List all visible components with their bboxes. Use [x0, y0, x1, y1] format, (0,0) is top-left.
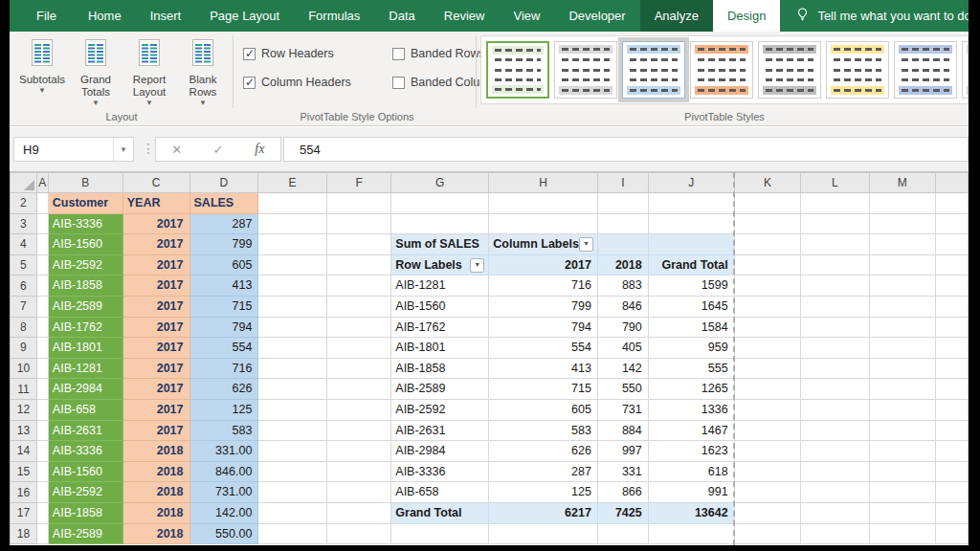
- cell[interactable]: [869, 276, 936, 297]
- checkbox-row-headers[interactable]: Row Headers: [243, 47, 387, 60]
- row-header-11[interactable]: 11: [11, 379, 37, 400]
- subtotals-button[interactable]: Subtotals▼: [15, 36, 69, 107]
- cell[interactable]: 1599: [648, 276, 734, 297]
- tab-home[interactable]: Home: [74, 0, 136, 32]
- cell[interactable]: 715: [489, 379, 598, 400]
- cell[interactable]: [258, 213, 326, 234]
- cell[interactable]: 2017: [489, 254, 598, 276]
- cell[interactable]: [326, 296, 391, 317]
- cell[interactable]: [326, 213, 391, 234]
- cell[interactable]: [869, 193, 936, 214]
- cell[interactable]: Grand Total: [648, 254, 734, 276]
- cell[interactable]: AIB-1858: [48, 502, 122, 523]
- cell[interactable]: 846: [597, 296, 648, 317]
- cell[interactable]: SALES: [189, 193, 258, 214]
- cell[interactable]: 799: [189, 234, 258, 255]
- cell[interactable]: 605: [189, 254, 258, 276]
- pivot-style-light-yellow[interactable]: [826, 41, 889, 99]
- cell[interactable]: [326, 317, 391, 338]
- column-header-A[interactable]: A: [36, 173, 48, 193]
- cell[interactable]: 2018: [597, 254, 648, 276]
- cell[interactable]: 2017: [122, 254, 189, 276]
- cell[interactable]: AIB-2589: [391, 379, 489, 400]
- row-header-4[interactable]: 4: [11, 234, 37, 255]
- cell[interactable]: [734, 338, 800, 359]
- cell[interactable]: 405: [597, 338, 648, 359]
- pivot-style-light-gray2[interactable]: [758, 41, 821, 99]
- cell[interactable]: AIB-2631: [48, 420, 122, 441]
- cell[interactable]: [326, 399, 391, 420]
- cell[interactable]: AIB-1801: [391, 338, 489, 359]
- cell[interactable]: AIB-2984: [391, 441, 489, 462]
- cell[interactable]: [258, 296, 326, 317]
- cell[interactable]: 883: [597, 276, 648, 297]
- cell[interactable]: 13642: [648, 502, 734, 523]
- pivot-style-light-blue[interactable]: [622, 41, 685, 99]
- cell[interactable]: [869, 482, 936, 503]
- cell[interactable]: [326, 482, 391, 503]
- tell-me-box[interactable]: Tell me what you want to do: [795, 0, 969, 32]
- cell[interactable]: 716: [489, 276, 598, 297]
- cell[interactable]: [734, 502, 800, 523]
- cell[interactable]: [734, 296, 800, 317]
- cell[interactable]: [801, 523, 869, 544]
- cell[interactable]: [36, 234, 48, 255]
- cell[interactable]: [648, 213, 734, 234]
- cell[interactable]: [326, 193, 391, 214]
- row-header-12[interactable]: 12: [11, 399, 37, 420]
- cell[interactable]: [326, 379, 391, 400]
- row-header-5[interactable]: 5: [11, 254, 37, 276]
- cell[interactable]: 715: [189, 296, 258, 317]
- cell[interactable]: AIB-1762: [391, 317, 489, 338]
- cell[interactable]: 991: [648, 482, 734, 503]
- report-layout-button[interactable]: Report Layout▼: [122, 36, 176, 107]
- cell[interactable]: [869, 399, 936, 420]
- cell[interactable]: [36, 338, 48, 359]
- cell[interactable]: [326, 254, 391, 276]
- cell[interactable]: 731: [597, 399, 648, 420]
- cell[interactable]: [936, 420, 969, 441]
- tab-page-layout[interactable]: Page Layout: [195, 0, 294, 32]
- cell[interactable]: [648, 193, 734, 214]
- cell[interactable]: 6217: [489, 502, 598, 523]
- cell[interactable]: AIB-1281: [48, 358, 122, 379]
- column-header-E[interactable]: E: [258, 173, 326, 193]
- cell[interactable]: 2018: [122, 482, 189, 503]
- cell[interactable]: 2017: [122, 420, 189, 441]
- cell[interactable]: 125: [189, 399, 258, 420]
- tab-analyze[interactable]: Analyze: [640, 0, 713, 32]
- cell[interactable]: [801, 276, 869, 297]
- checkbox-column-headers[interactable]: Column Headers: [243, 76, 387, 89]
- pivot-styles-gallery[interactable]: [480, 35, 969, 104]
- cell[interactable]: [326, 338, 391, 359]
- cell[interactable]: [801, 193, 869, 214]
- cell[interactable]: [36, 482, 48, 503]
- cell[interactable]: AIB-2592: [391, 399, 489, 420]
- cell[interactable]: [869, 461, 936, 482]
- cell[interactable]: [734, 379, 800, 400]
- insert-function-icon[interactable]: fx: [239, 142, 280, 157]
- row-header-14[interactable]: 14: [11, 441, 37, 462]
- cell[interactable]: 846.00: [189, 461, 258, 482]
- cell[interactable]: 2017: [122, 296, 189, 317]
- cell[interactable]: 550.00: [189, 523, 258, 544]
- column-header-C[interactable]: C: [122, 173, 189, 193]
- filter-dropdown-icon[interactable]: ▼: [579, 237, 593, 252]
- cell[interactable]: AIB-1560: [391, 296, 489, 317]
- cell[interactable]: [36, 502, 48, 523]
- cell[interactable]: [936, 482, 969, 503]
- cell[interactable]: [801, 338, 869, 359]
- cell[interactable]: [936, 254, 969, 276]
- cell[interactable]: 626: [189, 379, 258, 400]
- cell[interactable]: [734, 523, 800, 544]
- cell[interactable]: [36, 420, 48, 441]
- cell[interactable]: 1265: [648, 379, 734, 400]
- pivot-style-light-green[interactable]: [486, 41, 549, 99]
- cell[interactable]: 799: [489, 296, 598, 317]
- column-header-D[interactable]: D: [189, 173, 258, 193]
- cell[interactable]: [936, 399, 969, 420]
- cell[interactable]: 554: [489, 338, 598, 359]
- checkbox-icon[interactable]: [243, 48, 256, 60]
- cell[interactable]: 794: [189, 317, 258, 338]
- cell[interactable]: [734, 482, 800, 503]
